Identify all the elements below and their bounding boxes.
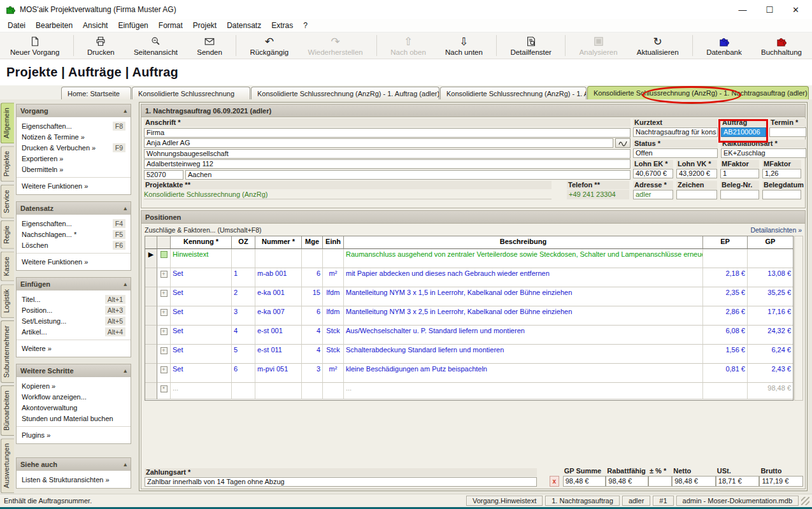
- menu-item-position[interactable]: Position...Alt+3: [17, 305, 131, 315]
- status-field[interactable]: Offen: [633, 148, 718, 158]
- table-row[interactable]: + Set 4 e-st 001 4 Stck Aus/Wechselschal…: [145, 326, 793, 345]
- header-kennung[interactable]: Kennung *: [171, 236, 232, 249]
- close-button[interactable]: ✕: [792, 5, 799, 15]
- anschrift-line4-field[interactable]: Adalbertsteinweg 112: [144, 159, 630, 169]
- menu-projekt[interactable]: Projekt: [188, 20, 222, 31]
- adresse-field[interactable]: adler: [633, 190, 673, 199]
- menu-ansicht[interactable]: Ansicht: [78, 20, 113, 31]
- table-row[interactable]: + Set 1 m-ab 001 6 m² mit Papier abdecke…: [145, 268, 793, 287]
- vtab-logistik[interactable]: Logistik: [1, 284, 14, 318]
- expand-plus-icon[interactable]: +: [160, 309, 167, 316]
- menu-datensatz[interactable]: Datensatz: [222, 20, 266, 31]
- menu-format[interactable]: Format: [153, 20, 188, 31]
- send-button[interactable]: Senden: [190, 32, 229, 59]
- header-oz[interactable]: OZ: [232, 236, 255, 249]
- page-preview-button[interactable]: Seitenansicht: [127, 32, 184, 59]
- collapse-icon[interactable]: ▴: [124, 205, 127, 211]
- resize-grip[interactable]: [801, 497, 809, 505]
- kurztext-field[interactable]: Nachtragsauftrag für kons: [633, 127, 718, 137]
- belegdatum-field[interactable]: [762, 190, 801, 199]
- plz-field[interactable]: 52070: [144, 170, 183, 180]
- collapse-icon[interactable]: ▴: [124, 461, 127, 468]
- anschrift-line1-field[interactable]: Firma: [144, 128, 630, 138]
- menu-extras[interactable]: Extras: [266, 20, 298, 31]
- menu-item-artikel[interactable]: Artikel...Alt+4: [17, 326, 131, 337]
- menu-item-notizen-termine[interactable]: Notizen & Termine »: [17, 131, 131, 142]
- zeichen-field[interactable]: [676, 190, 717, 199]
- table-vertical-scrollbar[interactable]: [794, 236, 803, 401]
- minimize-button[interactable]: —: [738, 5, 746, 15]
- collapse-icon[interactable]: ▴: [124, 281, 127, 287]
- header-ep[interactable]: EP: [703, 236, 748, 249]
- mfaktor-vk-field[interactable]: 1,26: [762, 169, 801, 178]
- menu-einfuegen[interactable]: Einfügen: [113, 20, 153, 31]
- header-beschreibung[interactable]: Beschreibung: [344, 236, 703, 249]
- menu-item-eigenschaften[interactable]: Eigenschaften...F8: [17, 120, 131, 131]
- new-process-button[interactable]: Neuer Vorgang: [4, 32, 66, 59]
- print-button[interactable]: Drucken: [81, 32, 121, 59]
- beleg-nr-field[interactable]: [720, 190, 759, 199]
- lohn-ek-field[interactable]: 40,6700 €: [633, 169, 673, 178]
- termin-field[interactable]: [769, 127, 806, 137]
- zahlungsart-field[interactable]: Zahlbar innerhalb von 14 Tagen ohne Abzu…: [145, 477, 537, 487]
- table-row[interactable]: + Set 2 e-ka 001 15 lfdm Mantelleitung N…: [145, 287, 793, 306]
- undo-button[interactable]: ↶ Rückgängig: [243, 32, 295, 59]
- menu-item-set-leistung[interactable]: Set/Leistung...Alt+5: [17, 315, 131, 326]
- lohn-vk-field[interactable]: 43,9200 €: [676, 169, 717, 178]
- menu-item-drucken-verbuchen[interactable]: Drucken & Verbuchen »F9: [17, 142, 131, 153]
- vtab-kasse[interactable]: Kasse: [1, 252, 14, 282]
- expand-plus-icon[interactable]: +: [160, 271, 167, 278]
- refresh-button[interactable]: ↻ Aktualisieren: [630, 32, 685, 59]
- table-row[interactable]: + Set 6 m-pvi 051 3 m² kleine Beschädigu…: [145, 364, 793, 383]
- table-new-row[interactable]: * ... ... 98,48 €: [145, 383, 793, 399]
- menu-bearbeiten[interactable]: Bearbeiten: [31, 20, 78, 31]
- vtab-allgemein[interactable]: Allgemein: [1, 103, 14, 143]
- collapse-icon[interactable]: ▴: [124, 108, 127, 114]
- expand-plus-icon[interactable]: +: [160, 366, 167, 373]
- menu-hilfe[interactable]: ?: [298, 20, 313, 31]
- new-row-star-icon[interactable]: *: [160, 385, 167, 392]
- vtab-regie[interactable]: Regie: [1, 220, 14, 249]
- address-edit-button[interactable]: [615, 138, 630, 148]
- menu-item-kopieren[interactable]: Kopieren »: [17, 380, 131, 391]
- menu-item-weitere-funktionen[interactable]: Weitere Funktionen »: [17, 180, 131, 191]
- header-mge[interactable]: Mge: [302, 236, 323, 249]
- tab-nachtragsauftrag-adler[interactable]: Konsolidierte Schlussrechnung (AnzRg) - …: [587, 86, 809, 100]
- anschrift-line3-field[interactable]: Wohnungsbaugesellschaft: [144, 149, 630, 159]
- header-einh[interactable]: Einh: [323, 236, 344, 249]
- auftrag-field[interactable]: AB2100006: [721, 127, 766, 137]
- vtab-bueroarbeiten[interactable]: Büroarbeiten: [1, 385, 14, 436]
- expand-plus-icon[interactable]: +: [160, 290, 167, 297]
- menu-item-workflow-anzeigen[interactable]: Workflow anzeigen...: [17, 391, 131, 402]
- detailansichten-link[interactable]: Detailansichten »: [750, 226, 802, 234]
- menu-item-titel[interactable]: Titel...Alt+1: [17, 294, 131, 305]
- menu-item-uebermitteln[interactable]: Übermitteln »: [17, 164, 131, 175]
- database-button[interactable]: Datenbank: [700, 32, 748, 59]
- mfaktor-ek-field[interactable]: 1: [720, 169, 759, 178]
- tab-auftrag-adler[interactable]: Konsolidierte Schlussrechnung (AnzRg) - …: [251, 87, 439, 100]
- menu-item-loeschen[interactable]: LöschenF6: [17, 240, 131, 250]
- detail-window-button[interactable]: Detailfenster: [504, 32, 558, 59]
- tab-home[interactable]: Home: Startseite: [61, 87, 131, 100]
- expand-plus-icon[interactable]: +: [160, 347, 167, 354]
- header-gp[interactable]: GP: [748, 236, 793, 249]
- rabatt-prozent-field[interactable]: [648, 476, 672, 487]
- table-row[interactable]: + Set 3 e-ka 007 6 lfdm Mantelleitung NY…: [145, 306, 793, 326]
- vtab-auswertungen[interactable]: Auswertungen: [1, 438, 14, 493]
- menu-item-weitere[interactable]: Weitere »: [17, 343, 131, 354]
- menu-item-plugins[interactable]: Plugins »: [17, 429, 131, 440]
- move-down-button[interactable]: ⇩ Nach unten: [439, 32, 489, 59]
- expand-plus-icon[interactable]: +: [160, 328, 167, 335]
- vtab-subunternehmer[interactable]: Subunternehmer: [1, 320, 14, 383]
- kalkulationsart-field[interactable]: EK+Zuschlag: [721, 148, 806, 158]
- zuschlaege-faktoren-link[interactable]: Zuschläge & Faktoren... (Umschalt+F8): [145, 226, 262, 234]
- maximize-button[interactable]: ☐: [766, 5, 773, 15]
- ort-field[interactable]: Aachen: [185, 170, 630, 180]
- menu-item-akontoverwaltung[interactable]: Akontoverwaltung: [17, 402, 131, 413]
- accounting-button[interactable]: Buchhaltung: [755, 32, 808, 59]
- menu-item-eigenschaften-datensatz[interactable]: Eigenschaften...F4: [17, 218, 131, 229]
- collapse-icon[interactable]: ▴: [124, 368, 127, 374]
- vtab-projekte[interactable]: Projekte: [1, 146, 14, 182]
- tab-anzahlungsrechnung[interactable]: Konsolidierte Schlussrechnung (AnzRg) - …: [440, 87, 587, 100]
- menu-item-listen-strukturansichten[interactable]: Listen & Strukturansichten »: [17, 474, 131, 485]
